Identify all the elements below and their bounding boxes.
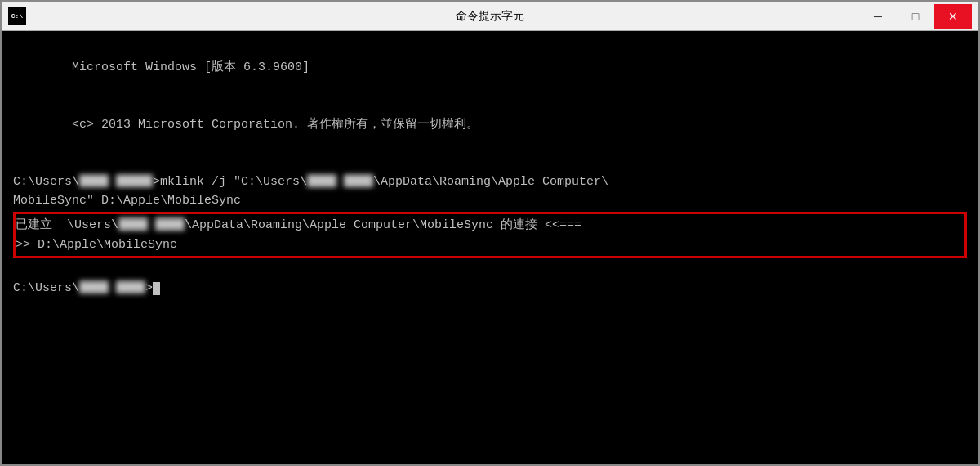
console-prompt-line: C:\Users\████ ████>	[13, 279, 967, 298]
title-bar-left: C:\	[8, 7, 26, 25]
console-line-2: <c> 2013 Microsoft Corporation. 著作權所有，並保…	[13, 96, 967, 154]
blurred-username-1: ████ █████	[79, 173, 153, 191]
console-highlight-line-2: >> D:\Apple\MobileSync	[16, 235, 964, 254]
console-line-1: Microsoft Windows [版本 6.3.9600]	[13, 39, 967, 96]
cmd-window: C:\ 命令提示字元 ─ □ ✕ Microsoft Windows [版本 6…	[0, 0, 980, 466]
cursor	[153, 282, 160, 295]
blurred-username-2: ████ ████	[307, 173, 373, 191]
console-line-empty-1	[13, 154, 967, 173]
console-content: Microsoft Windows [版本 6.3.9600] <c> 2013…	[13, 39, 967, 298]
title-bar-buttons: ─ □ ✕	[859, 4, 972, 29]
console-area[interactable]: Microsoft Windows [版本 6.3.9600] <c> 2013…	[2, 31, 978, 464]
console-highlight-line-1: 已建立 \Users\████ ████\AppData\Roaming\App…	[16, 216, 964, 235]
cmd-icon: C:\	[8, 7, 26, 25]
maximize-button[interactable]: □	[897, 4, 934, 29]
console-line-empty-2	[13, 260, 967, 279]
console-line-5: MobileSync" D:\Apple\MobileSync	[13, 191, 967, 210]
minimize-button[interactable]: ─	[859, 4, 897, 29]
highlight-box: 已建立 \Users\████ ████\AppData\Roaming\App…	[13, 212, 967, 258]
close-button[interactable]: ✕	[934, 4, 972, 29]
title-bar: C:\ 命令提示字元 ─ □ ✕	[2, 2, 978, 31]
blurred-username-3: ████ ████	[118, 216, 185, 235]
console-line-4: C:\Users\████ █████>mklink /j "C:\Users\…	[13, 173, 967, 191]
window-title: 命令提示字元	[456, 9, 524, 24]
blurred-username-4: ████ ████	[79, 279, 145, 298]
